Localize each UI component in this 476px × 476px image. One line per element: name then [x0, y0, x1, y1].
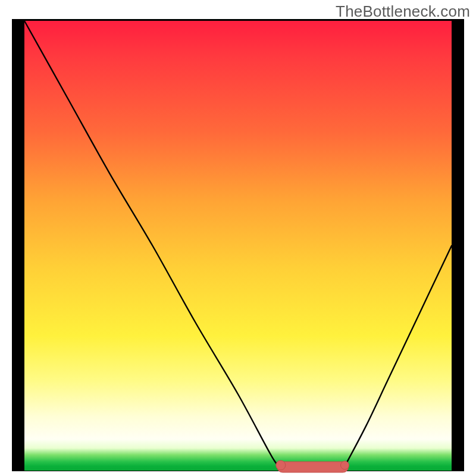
valley-marker — [276, 461, 286, 470]
plot-frame — [12, 19, 464, 471]
valley-capsule — [277, 462, 349, 472]
chart-svg — [24, 21, 452, 471]
chart-stage: TheBottleneck.com — [0, 0, 476, 476]
bottleneck-curve — [24, 21, 452, 469]
marker-layer — [276, 461, 349, 472]
valley-marker — [341, 461, 349, 469]
watermark-text: TheBottleneck.com — [336, 2, 470, 21]
curve-layer — [24, 21, 452, 469]
